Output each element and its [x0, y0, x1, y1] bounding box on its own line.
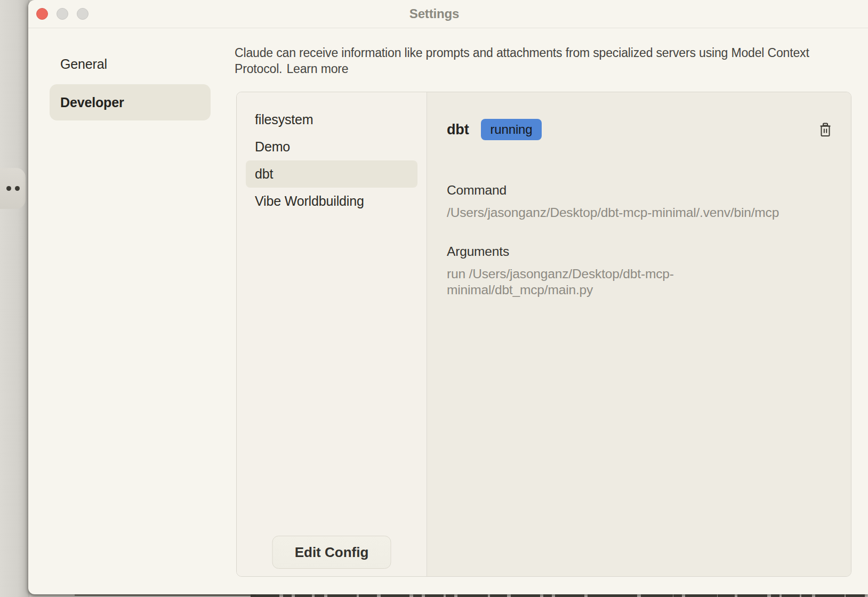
server-list-item-dbt[interactable]: dbt	[246, 160, 417, 188]
trash-icon	[819, 123, 831, 137]
edit-config-button[interactable]: Edit Config	[272, 536, 391, 569]
titlebar: Settings	[28, 0, 868, 28]
server-list-item-vibe-worldbuilding[interactable]: Vibe Worldbuilding	[246, 188, 417, 215]
sidebar-item-developer[interactable]: Developer	[50, 84, 211, 120]
command-label: Command	[447, 183, 831, 198]
command-field: Command /Users/jasonganz/Desktop/dbt-mcp…	[447, 183, 831, 221]
mcp-description: Claude can receive information like prom…	[235, 45, 827, 77]
server-name: dbt	[447, 122, 469, 138]
window-title: Settings	[409, 6, 459, 21]
traffic-lights	[36, 8, 89, 20]
mcp-servers-panel: filesystem Demo dbt Vibe Worldbuilding E…	[236, 92, 851, 577]
dot-icon	[15, 186, 20, 191]
server-list-item-demo[interactable]: Demo	[246, 133, 417, 160]
server-list-item-filesystem[interactable]: filesystem	[246, 106, 417, 133]
zoom-window-button[interactable]	[77, 8, 89, 20]
settings-sidebar: General Developer	[50, 49, 211, 120]
server-detail-header: dbt running	[447, 119, 831, 140]
server-list: filesystem Demo dbt Vibe Worldbuilding E…	[237, 92, 427, 576]
command-value: /Users/jasonganz/Desktop/dbt-mcp-minimal…	[447, 205, 831, 221]
arguments-label: Arguments	[447, 244, 831, 259]
learn-more-link[interactable]: Learn more	[286, 62, 348, 76]
arguments-value: run /Users/jasonganz/Desktop/dbt-mcp-min…	[447, 266, 713, 298]
settings-window: Settings General Developer Claude can re…	[28, 0, 868, 594]
arguments-field: Arguments run /Users/jasonganz/Desktop/d…	[447, 244, 831, 298]
server-detail: dbt running Command /Users/jasonganz/Des…	[427, 92, 851, 576]
status-badge: running	[481, 119, 542, 140]
dot-icon	[6, 186, 11, 191]
delete-server-button[interactable]	[819, 123, 831, 137]
edge-dots-tab[interactable]	[0, 168, 26, 209]
minimize-window-button[interactable]	[57, 8, 68, 20]
sidebar-item-general[interactable]: General	[50, 49, 211, 79]
close-window-button[interactable]	[36, 8, 48, 20]
desktop-background	[0, 0, 29, 597]
